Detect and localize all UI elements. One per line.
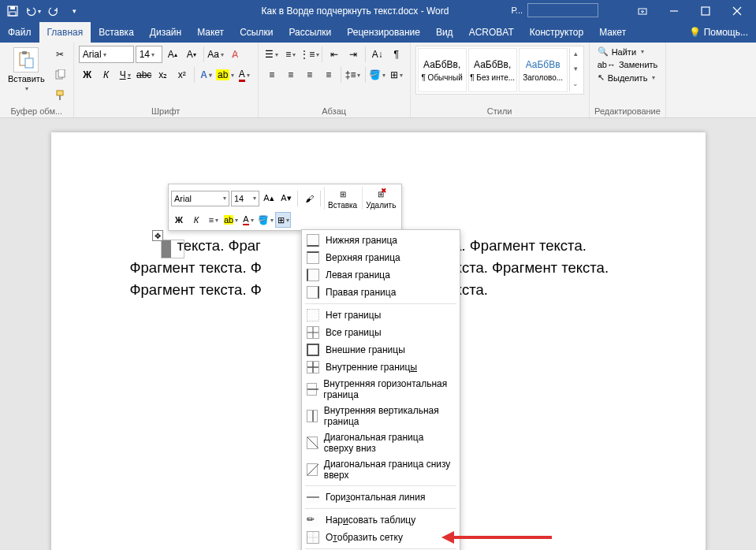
tab-constructor[interactable]: Конструктор — [522, 22, 591, 43]
show-marks-icon[interactable]: ¶ — [388, 46, 405, 63]
tab-design[interactable]: Дизайн — [142, 22, 189, 43]
grow-font-icon[interactable]: A▴ — [164, 46, 181, 63]
ribbon-display-icon[interactable] — [627, 0, 658, 22]
user-box[interactable] — [527, 3, 598, 17]
tab-acrobat[interactable]: ACROBAT — [461, 22, 522, 43]
align-right-icon[interactable]: ≡ — [301, 66, 318, 84]
tab-layout2[interactable]: Макет — [591, 22, 634, 43]
shrink-font-icon[interactable]: A▾ — [183, 46, 200, 63]
cut-icon[interactable]: ✂ — [51, 46, 69, 63]
underline-button[interactable]: Ч▾ — [117, 66, 134, 84]
menu-inside-borders[interactable]: Внутренние границы — [302, 359, 460, 376]
multilevel-icon[interactable]: ⋮≡▾ — [301, 46, 318, 63]
replace-button[interactable]: ab↔Заменить — [594, 59, 661, 70]
font-color-icon[interactable]: A▾ — [236, 66, 253, 84]
style-heading[interactable]: АаБбВвЗаголово... — [519, 48, 568, 92]
undo-icon[interactable]: ▾ — [24, 2, 43, 20]
menu-left-border[interactable]: Левая граница — [302, 266, 460, 284]
style-gallery[interactable]: АаБбВв,¶ Обычный АаБбВв,¶ Без инте... Аа… — [415, 46, 584, 95]
justify-icon[interactable]: ≡ — [320, 66, 337, 84]
border-inside-h-icon — [307, 383, 317, 396]
mini-insert-button[interactable]: ⊞ Вставка — [324, 187, 360, 210]
sort-icon[interactable]: A↓ — [369, 46, 386, 63]
format-painter-icon[interactable] — [51, 87, 69, 104]
style-normal[interactable]: АаБбВв,¶ Обычный — [418, 48, 467, 92]
mini-italic-button[interactable]: К — [188, 212, 204, 228]
mini-bold-button[interactable]: Ж — [171, 212, 187, 228]
tab-review[interactable]: Рецензирование — [339, 22, 428, 43]
bullets-icon[interactable]: ☰▾ — [263, 46, 281, 63]
menu-diag-up-border[interactable]: Диагональная граница снизу вверх — [302, 456, 460, 483]
align-center-icon[interactable]: ≡ — [282, 66, 300, 84]
shading-icon[interactable]: 🪣▾ — [369, 66, 386, 84]
menu-bottom-border[interactable]: Нижняя граница — [302, 232, 460, 249]
mini-font-color-icon[interactable]: A▾ — [240, 212, 256, 228]
redo-icon[interactable] — [44, 2, 63, 20]
line-spacing-icon[interactable]: ‡≡▾ — [344, 66, 362, 84]
menu-inside-v-border[interactable]: Внутренняя вертикальная граница — [302, 403, 460, 429]
paste-icon — [13, 47, 39, 72]
mini-shading-icon[interactable]: 🪣▾ — [258, 212, 274, 228]
superscript-button[interactable]: x² — [173, 66, 191, 84]
menu-draw-table[interactable]: ✏Нарисовать таблицу — [302, 511, 460, 529]
mini-align-icon[interactable]: ≡▾ — [206, 212, 222, 228]
tab-mailings[interactable]: Рассылки — [281, 22, 339, 43]
bold-button[interactable]: Ж — [79, 66, 96, 84]
gridlines-icon — [307, 531, 319, 544]
menu-inside-h-border[interactable]: Внутренняя горизонтальная граница — [302, 376, 460, 403]
font-size-combo[interactable]: 14▾ — [136, 46, 162, 63]
copy-icon[interactable] — [51, 66, 69, 84]
paste-button[interactable]: Вставить ▾ — [5, 46, 48, 94]
mini-shrink-font-icon[interactable]: A▾ — [278, 191, 294, 206]
menu-view-gridlines[interactable]: Отобразить сетку — [302, 529, 460, 546]
mini-highlight-icon[interactable]: ab▾ — [223, 212, 239, 228]
tab-home[interactable]: Главная — [39, 22, 91, 43]
clear-format-icon[interactable]: A̷ — [226, 46, 244, 63]
tell-me[interactable]: 💡 Помощь... — [681, 22, 756, 43]
border-all-icon — [307, 326, 319, 339]
subscript-button[interactable]: x₂ — [155, 66, 172, 84]
style-no-spacing[interactable]: АаБбВв,¶ Без инте... — [468, 48, 517, 92]
table-move-handle[interactable]: ✥ — [152, 230, 163, 241]
tab-layout[interactable]: Макет — [189, 22, 232, 43]
style-gallery-more[interactable]: ▴▾⌄ — [569, 48, 582, 92]
find-button[interactable]: 🔍Найти▾ — [594, 46, 661, 58]
menu-horizontal-line[interactable]: Горизонтальная линия — [302, 489, 460, 506]
mini-delete-button[interactable]: ⊞✖ Удалить — [362, 187, 399, 210]
strike-button[interactable]: abc — [136, 66, 153, 84]
menu-all-borders[interactable]: Все границы — [302, 324, 460, 341]
text-effects-icon[interactable]: A▾ — [198, 66, 215, 84]
select-button[interactable]: ↖Выделить▾ — [594, 72, 661, 84]
minimize-button[interactable] — [658, 0, 690, 22]
save-icon[interactable] — [3, 2, 22, 20]
font-name-combo[interactable]: Arial▾ — [79, 46, 134, 63]
mini-font-combo[interactable]: Arial▾ — [171, 191, 229, 206]
highlight-icon[interactable]: ab▾ — [217, 66, 234, 84]
align-left-icon[interactable]: ≡ — [263, 66, 281, 84]
menu-diag-down-border[interactable]: Диагональная граница сверху вниз — [302, 429, 460, 456]
menu-top-border[interactable]: Верхняя граница — [302, 249, 460, 266]
menu-right-border[interactable]: Правая граница — [302, 284, 460, 301]
tab-view[interactable]: Вид — [428, 22, 461, 43]
change-case-icon[interactable]: Aa▾ — [207, 46, 225, 63]
maximize-button[interactable] — [690, 0, 721, 22]
menu-no-border[interactable]: Нет границы — [302, 307, 460, 324]
borders-icon[interactable]: ⊞▾ — [388, 66, 405, 84]
user-area: Р... — [512, 3, 598, 17]
qat-customize-icon[interactable]: ▾ — [65, 2, 84, 20]
close-button[interactable] — [721, 0, 753, 22]
decrease-indent-icon[interactable]: ⇤ — [326, 46, 343, 63]
paste-label: Вставить — [8, 74, 45, 84]
table-cell[interactable] — [161, 240, 184, 258]
italic-button[interactable]: К — [98, 66, 115, 84]
mini-format-painter-icon[interactable]: 🖌 — [301, 191, 317, 206]
tab-insert[interactable]: Вставка — [91, 22, 142, 43]
mini-size-combo[interactable]: 14▾ — [231, 191, 259, 206]
mini-borders-button[interactable]: ⊞▾ — [275, 212, 291, 228]
increase-indent-icon[interactable]: ⇥ — [344, 46, 362, 63]
tab-file[interactable]: Файл — [0, 22, 39, 43]
mini-grow-font-icon[interactable]: A▴ — [261, 191, 277, 206]
tab-references[interactable]: Ссылки — [232, 22, 281, 43]
numbering-icon[interactable]: ≡▾ — [282, 46, 300, 63]
menu-outside-borders[interactable]: Внешние границы — [302, 341, 460, 359]
